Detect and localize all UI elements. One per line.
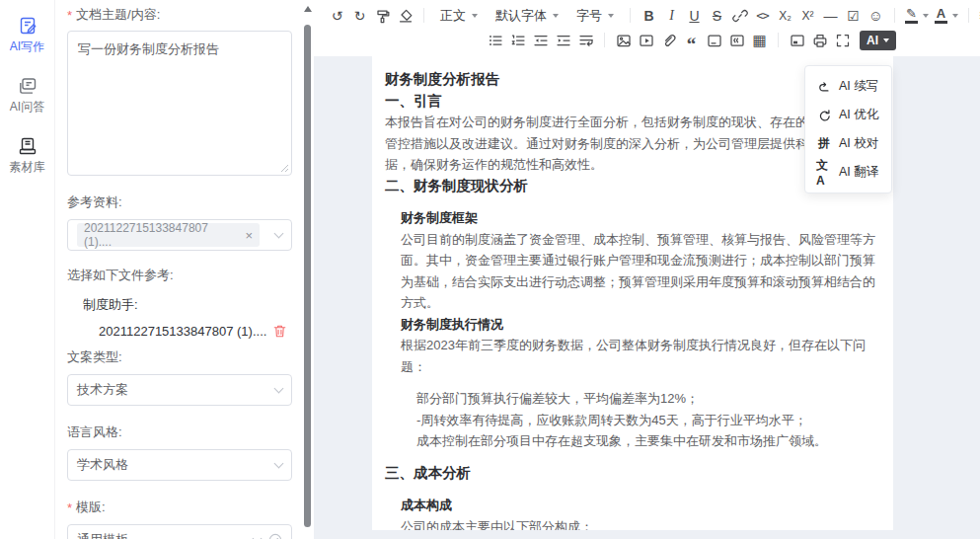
sidebar-item-label: AI问答 — [10, 99, 44, 116]
menu-item-ai-translate[interactable]: 文A AI 翻译 — [805, 158, 891, 187]
toolbar-row-2: “ ▦ AI — [326, 28, 976, 52]
copy-type-label: 文案类型: — [67, 348, 292, 366]
file-group-label: 制度助手: — [67, 296, 292, 314]
underline-icon[interactable]: U — [683, 5, 706, 27]
menu-item-ai-continue[interactable]: AI 续写 — [805, 72, 891, 101]
generation-form: * 文档主题/内容: 写一份财务制度分析报告 参考资料: 20211227151… — [55, 0, 302, 539]
scrollbar-thumb[interactable] — [304, 25, 311, 527]
code-block-icon[interactable] — [703, 30, 725, 51]
chevron-down-icon — [553, 14, 559, 18]
chevron-down-icon — [253, 533, 263, 539]
form-scrollbar[interactable] — [302, 0, 314, 539]
align-dropdown[interactable]: ≡ — [976, 5, 980, 27]
paragraph-style-dropdown[interactable]: 正文 — [431, 7, 487, 25]
selected-file-row: 2021122715133847807 (1).... — [67, 324, 292, 339]
doc-paragraph: 根据2023年前三季度的财务数据，公司整体财务制度执行情况良好，但存在以下问题： — [385, 335, 880, 377]
doc-paragraph: 公司目前的制度涵盖了资金管理、成本控制、预算管理、核算与报告、风险管理等方面。其… — [385, 229, 880, 314]
inline-code-icon[interactable]: <> — [751, 5, 774, 27]
tag-close-icon[interactable]: × — [245, 229, 253, 242]
selected-file-name: 2021122715133847807 (1).... — [99, 324, 266, 339]
highlight-color-dropdown[interactable]: ✎ — [902, 5, 932, 27]
font-size-dropdown[interactable]: 字号 — [567, 7, 623, 25]
menu-item-ai-proofread[interactable]: 拼 AI 校对 — [805, 129, 891, 158]
divider-icon[interactable]: — — [819, 5, 842, 27]
bullet-list-icon[interactable] — [484, 30, 506, 51]
doc-paragraph: 公司的成本主要由以下部分构成： — [385, 516, 880, 531]
topic-input[interactable]: 写一份财务制度分析报告 — [67, 31, 292, 176]
chevron-down-icon — [608, 14, 614, 18]
resize-handle-icon[interactable] — [280, 164, 289, 173]
strikethrough-icon[interactable]: S — [706, 5, 728, 27]
translate-icon: 文A — [816, 157, 832, 188]
topic-label: * 文档主题/内容: — [67, 6, 292, 24]
font-color-dropdown[interactable]: A — [932, 5, 961, 27]
embed-icon[interactable] — [786, 30, 808, 51]
lang-style-select[interactable]: 学术风格 — [67, 449, 292, 481]
video-icon[interactable] — [635, 30, 657, 51]
reference-label: 参考资料: — [67, 193, 292, 211]
toolbar-divider — [894, 8, 895, 23]
table-icon[interactable]: ▦ — [748, 30, 771, 51]
toolbar-divider — [630, 8, 631, 23]
reference-select[interactable]: 2021122715133847807 (1).... × — [67, 219, 292, 251]
ai-dropdown-menu: AI 续写 AI 优化 拼 AI 校对 文A AI 翻译 — [804, 65, 892, 193]
outdent-icon[interactable] — [529, 30, 552, 51]
fullscreen-icon[interactable] — [831, 30, 854, 51]
scroll-up-icon[interactable] — [304, 6, 312, 12]
file-select-label: 选择如下文件参考: — [67, 267, 292, 284]
circle-check-icon — [268, 533, 282, 539]
color-bar — [935, 21, 947, 24]
indent-icon[interactable] — [552, 30, 574, 51]
attachment-icon[interactable] — [657, 30, 680, 51]
font-family-dropdown[interactable]: 默认字体 — [487, 7, 567, 25]
color-bar — [905, 21, 918, 24]
ordered-list-icon[interactable] — [506, 30, 529, 51]
superscript-icon[interactable]: X² — [796, 5, 819, 27]
reference-tag: 2021122715133847807 (1).... × — [77, 223, 260, 247]
chevron-down-icon — [274, 383, 284, 393]
format-painter-icon[interactable] — [371, 5, 394, 27]
sidebar-item-ai-write[interactable]: AI写作 — [10, 16, 44, 55]
proofread-icon: 拼 — [816, 135, 832, 152]
sidebar-item-ai-qa[interactable]: AI问答 — [10, 76, 44, 116]
app-window: AI写作 AI问答 素材库 * 文档主题/内容: 写一份财务制度分析报告 — [0, 0, 980, 539]
toolbar-divider — [604, 33, 605, 47]
subscript-icon[interactable]: X₂ — [774, 5, 796, 27]
todo-icon[interactable]: ☑ — [842, 5, 865, 27]
print-icon[interactable] — [808, 30, 831, 51]
sidebar-item-label: AI写作 — [10, 38, 44, 55]
redo-icon[interactable]: ↻ — [348, 5, 371, 27]
lang-style-label: 语言风格: — [67, 424, 292, 441]
chevron-down-icon — [923, 14, 929, 18]
image-icon[interactable] — [612, 30, 635, 51]
link-icon[interactable] — [728, 5, 751, 27]
bold-icon[interactable]: B — [638, 5, 660, 27]
line-wrap-icon[interactable] — [574, 30, 597, 51]
chevron-down-icon — [274, 228, 284, 238]
undo-icon[interactable]: ↺ — [326, 5, 348, 27]
sidebar-item-label: 素材库 — [10, 159, 45, 176]
template-label: * 模版: — [67, 499, 292, 516]
doc-heading: 三、成本分析 — [385, 463, 880, 485]
continue-write-icon — [816, 80, 832, 94]
toolbar-divider — [968, 8, 969, 23]
snippet-icon[interactable] — [725, 30, 748, 51]
optimize-icon — [816, 109, 832, 122]
ai-dropdown-button[interactable]: AI — [860, 31, 896, 50]
chat-icon — [18, 76, 38, 96]
delete-file-icon[interactable] — [272, 324, 287, 339]
clear-format-icon[interactable] — [394, 5, 416, 27]
menu-item-ai-optimize[interactable]: AI 优化 — [805, 101, 891, 129]
doc-subheading: 成本构成 — [385, 495, 880, 516]
chevron-down-icon — [472, 14, 478, 18]
required-asterisk: * — [67, 8, 72, 23]
doc-subheading: 财务制度框架 — [385, 207, 880, 229]
italic-icon[interactable]: I — [660, 5, 683, 27]
blockquote-icon[interactable]: “ — [680, 30, 703, 51]
sidebar-item-material[interactable]: 素材库 — [10, 136, 45, 176]
emoji-icon[interactable]: ☺ — [865, 5, 887, 27]
doc-list-item: 成本控制在部分项目中存在超支现象，主要集中在研发和市场推广领域。 — [385, 430, 880, 452]
toolbar-divider — [778, 33, 779, 47]
copy-type-select[interactable]: 技术方案 — [67, 374, 292, 406]
template-select[interactable]: 通用模板 — [67, 524, 292, 539]
